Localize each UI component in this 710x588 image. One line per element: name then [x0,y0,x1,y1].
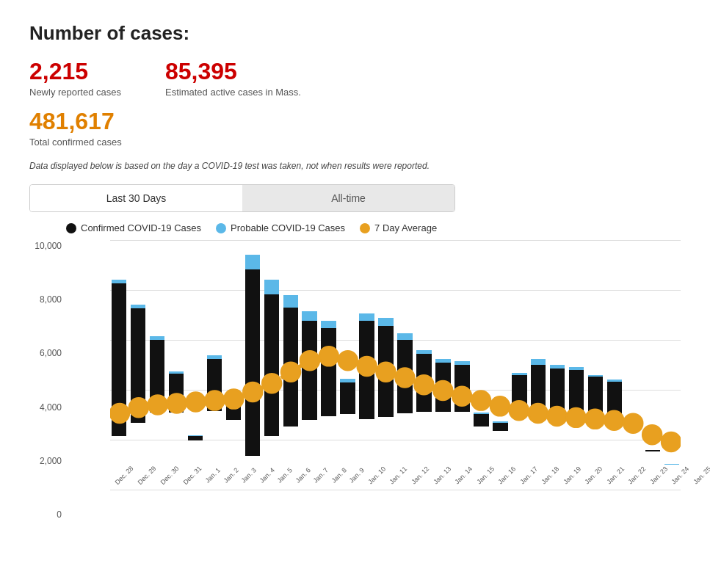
view-tabs: Last 30 Days All-time [29,184,455,212]
y-axis-label: 4,000 [29,402,62,413]
bar-confirmed [397,340,412,414]
chart-legend: Confirmed COVID-19 Cases Probable COVID-… [29,222,681,233]
bar-confirmed [512,375,526,413]
bar-confirmed [359,321,374,419]
bar-confirmed [112,283,126,436]
page-title: Number of cases: [29,22,681,45]
bar-group [548,241,566,468]
bar-confirmed [588,377,603,413]
x-axis-label: Jan. 25 [692,465,710,493]
newly-reported-label: Newly reported cases [29,87,121,98]
bar-confirmed [340,382,355,414]
chart-container: 02,0004,0006,0008,00010,000 Dec. 28Dec. … [29,241,681,520]
bar-probable [359,313,374,320]
bar-group [301,241,319,468]
bar-group [339,241,357,468]
bar-group [396,241,414,468]
bar-confirmed [645,450,660,451]
stats-row: 2,215 Newly reported cases 85,395 Estima… [29,58,681,98]
bar-confirmed [416,354,431,411]
bar-probable [302,311,316,321]
bar-group [244,241,261,468]
bar-probable [378,318,393,325]
bar-probable [397,333,412,340]
bar-confirmed [435,363,450,412]
bar-group [434,241,452,468]
tab-last-30-days[interactable]: Last 30 Days [30,185,242,211]
legend-confirmed-icon [66,223,76,233]
y-axis-label: 10,000 [29,241,62,251]
bar-group [263,241,280,468]
tab-all-time[interactable]: All-time [242,185,454,211]
bar-confirmed [264,294,279,436]
bar-group [129,241,147,468]
bar-group [225,241,242,468]
legend-probable: Probable COVID-19 Cases [216,222,345,233]
newly-reported-stat: 2,215 Newly reported cases [29,58,121,98]
bar-group [167,241,185,468]
bar-group [491,241,509,468]
bar-confirmed [607,382,622,415]
bar-group [510,241,528,468]
bar-probable [321,321,336,328]
bar-group [110,241,128,468]
bar-group [320,241,338,468]
x-labels: Dec. 28Dec. 29Dec. 30Dec. 31Jan. 1Jan. 2… [110,470,681,490]
bar-confirmed [531,365,546,411]
bar-probable [531,359,546,365]
bars-area [110,241,681,468]
total-confirmed-stat: 481,617 Total confirmed cases [29,108,681,148]
bar-group [453,241,471,468]
newly-reported-value: 2,215 [29,58,121,85]
bar-confirmed [131,308,145,422]
legend-avg-icon [360,223,370,233]
bar-confirmed [169,374,184,413]
y-axis-label: 6,000 [29,348,62,358]
bar-group [416,241,433,468]
bar-confirmed [550,369,565,412]
bar-confirmed [150,340,164,413]
bar-probable [283,295,298,307]
bar-confirmed [321,328,336,417]
bar-confirmed [188,436,203,440]
bar-group [148,241,166,468]
bar-group [472,241,490,468]
bar-confirmed [626,419,641,429]
bar-group [644,241,662,468]
bar-confirmed [493,423,507,432]
bar-confirmed [474,414,488,427]
y-axis: 02,0004,0006,0008,00010,000 [29,241,66,520]
bar-group [663,241,681,468]
bar-group [206,241,223,468]
bar-confirmed [283,308,298,427]
estimated-active-stat: 85,395 Estimated active cases in Mass. [165,58,301,98]
bar-group [377,241,395,468]
bar-group [529,241,547,468]
bar-group [587,241,604,468]
bar-group [606,241,623,468]
y-axis-label: 2,000 [29,456,62,466]
bar-group [625,241,642,468]
legend-probable-icon [216,223,226,233]
bar-group [358,241,376,468]
y-axis-label: 8,000 [29,294,62,305]
legend-avg: 7 Day Average [360,222,437,233]
y-axis-label: 0 [29,509,62,520]
bar-probable [245,255,260,269]
bar-confirmed [569,370,584,412]
bar-confirmed [378,326,393,418]
data-note: Data displayed below is based on the day… [29,161,543,171]
legend-confirmed-label: Confirmed COVID-19 Cases [81,222,201,233]
total-confirmed-label: Total confirmed cases [29,137,681,148]
estimated-active-label: Estimated active cases in Mass. [165,87,301,98]
bar-confirmed [207,359,222,411]
estimated-active-value: 85,395 [165,58,301,85]
chart-area: Dec. 28Dec. 29Dec. 30Dec. 31Jan. 1Jan. 2… [70,241,681,490]
bar-confirmed [245,269,260,456]
bar-confirmed [302,321,316,420]
total-confirmed-value: 481,617 [29,108,115,134]
legend-confirmed: Confirmed COVID-19 Cases [66,222,201,233]
bar-group [282,241,300,468]
bar-probable [264,280,279,295]
bar-group [186,241,204,468]
